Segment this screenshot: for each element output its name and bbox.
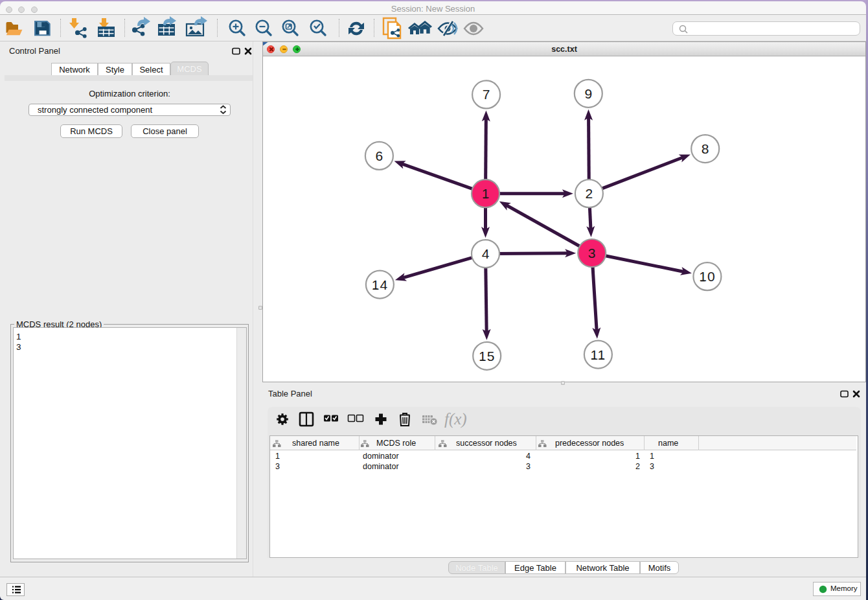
svg-text:f(x): f(x) [444,410,467,428]
svg-text:2: 2 [586,186,593,201]
svg-text:15: 15 [479,349,495,363]
svg-text:14: 14 [372,277,388,292]
svg-text:3: 3 [588,246,596,260]
svg-text:10: 10 [699,269,715,284]
svg-text:8: 8 [702,141,709,156]
svg-text:9: 9 [584,86,592,101]
svg-text:6: 6 [376,148,383,163]
svg-text:7: 7 [483,87,490,102]
svg-text:1: 1 [482,186,490,201]
svg-text:11: 11 [590,347,606,362]
svg-text:4: 4 [482,246,490,261]
